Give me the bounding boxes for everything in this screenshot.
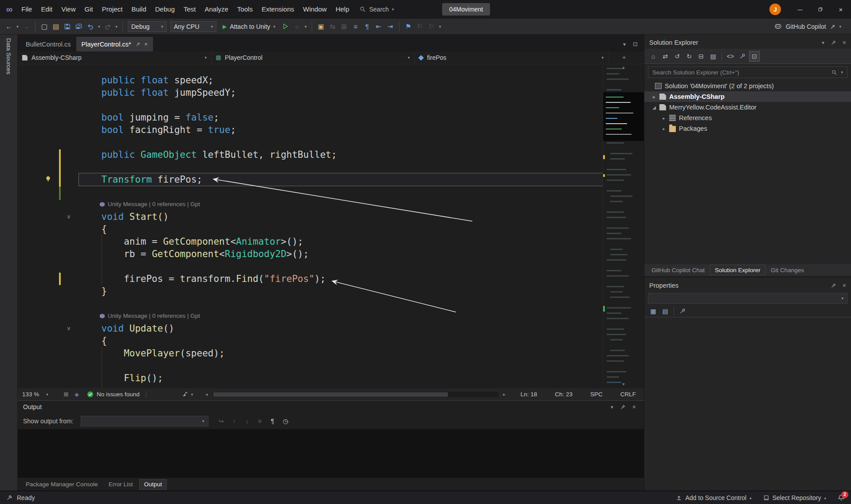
close-icon[interactable]: × <box>843 39 846 46</box>
code-line[interactable]: public GameObject leftBullet, rightBulle… <box>79 148 603 161</box>
scroll-left-icon[interactable]: ◂ <box>205 392 208 397</box>
pin-icon[interactable] <box>831 40 836 46</box>
line-numbers-icon[interactable]: ≡ <box>350 21 361 32</box>
next-message-icon[interactable]: ↓ <box>242 416 252 426</box>
close-icon[interactable]: × <box>843 282 846 289</box>
codelens-line[interactable]: Unity Message | 0 references | Gpt <box>79 198 603 211</box>
code-line[interactable] <box>79 260 603 273</box>
property-pages-icon[interactable] <box>677 306 688 316</box>
menu-analyze[interactable]: Analyze <box>200 0 232 19</box>
code-line[interactable] <box>79 99 603 111</box>
prev-bookmark-icon[interactable]: ⚐ <box>415 21 425 32</box>
code-line[interactable]: { <box>79 335 603 347</box>
menu-git[interactable]: Git <box>80 0 98 19</box>
panel-splitter[interactable] <box>644 277 851 277</box>
split-view-icon[interactable]: ⊞ <box>62 391 70 398</box>
code-editor[interactable]: public float speedX; public float jumpSp… <box>18 64 644 388</box>
code-line[interactable]: void Start() <box>79 211 603 223</box>
twisty-icon[interactable]: ▸ <box>660 116 667 121</box>
menu-view[interactable]: View <box>57 0 80 19</box>
hot-reload-caret-icon[interactable]: ▾ <box>303 21 308 32</box>
new-file-icon[interactable]: ▢ <box>39 21 50 32</box>
code-line[interactable]: bool facingRight = true; <box>79 124 603 136</box>
navigate-back-caret-icon[interactable]: ▾ <box>15 21 20 32</box>
categorized-icon[interactable]: ▦ <box>648 306 659 316</box>
new-item-icon[interactable]: ▣ <box>316 21 326 32</box>
codelens-text[interactable]: Unity Message | 0 references | Gpt <box>108 198 200 211</box>
alphabetical-icon[interactable]: ▤ <box>660 306 671 316</box>
active-files-caret-icon[interactable]: ▾ <box>623 41 626 47</box>
code-line[interactable]: anim = GetComponent<Animator>(); <box>79 235 603 248</box>
indent-decrease-icon[interactable]: ⇤ <box>373 21 384 32</box>
line-ending-indicator[interactable]: CRLF <box>620 391 636 398</box>
scroll-down-icon[interactable]: ▼ <box>603 382 644 387</box>
indent-increase-icon[interactable]: ⇥ <box>385 21 396 32</box>
solution-explorer-header[interactable]: Solution Explorer ▾ × <box>644 36 851 49</box>
navigate-back-icon[interactable]: ← <box>4 21 14 32</box>
scrollbar-thumb[interactable] <box>213 392 447 397</box>
timestamp-icon[interactable]: ◷ <box>281 416 290 426</box>
select-repository-button[interactable]: Select Repository ▴ <box>763 494 826 501</box>
refresh-icon[interactable]: ↻ <box>684 51 694 62</box>
tab-output[interactable]: Output <box>139 479 167 490</box>
minimize-button[interactable]: ─ <box>790 0 810 19</box>
attach-to-unity-button[interactable]: ▶Attach to Unity▾ <box>219 21 279 32</box>
tab-github-copilot-chat[interactable]: GitHub Copilot Chat <box>647 265 709 275</box>
close-tab-icon[interactable]: × <box>145 41 148 47</box>
show-all-files-icon[interactable]: ▤ <box>708 51 718 62</box>
notifications-button[interactable]: 2 <box>838 494 845 501</box>
close-icon[interactable]: × <box>632 403 636 410</box>
project-dropdown[interactable]: Assembly-CSharp ▾ <box>18 51 212 64</box>
platform-select[interactable]: Any CPU▾ <box>170 21 216 32</box>
pin-icon[interactable] <box>831 283 836 289</box>
hot-reload-icon[interactable]: ○ <box>292 21 302 32</box>
copilot-caret-icon[interactable]: ▾ <box>839 24 841 29</box>
start-without-debugging-icon[interactable] <box>280 21 291 32</box>
code-line[interactable] <box>79 136 603 148</box>
output-source-select[interactable]: ▾ <box>81 416 208 426</box>
bookmarks-caret-icon[interactable]: ▾ <box>438 21 443 32</box>
add-to-source-control-button[interactable]: Add to Source Control ▴ <box>676 494 751 501</box>
codelens-line[interactable]: Unity Message | 0 references | Gpt <box>79 310 603 322</box>
issues-indicator[interactable]: No issues found <box>87 391 140 398</box>
solution-name-badge[interactable]: 04Moviment <box>442 3 490 16</box>
twisty-icon[interactable]: ◢ <box>651 105 658 110</box>
data-sources-tab[interactable]: Data Sources <box>5 38 12 74</box>
menu-extensions[interactable]: Extensions <box>257 0 298 19</box>
properties-tool-icon[interactable] <box>737 51 748 62</box>
twisty-icon[interactable]: ▸ <box>651 94 658 99</box>
menu-tools[interactable]: Tools <box>233 0 257 19</box>
minimap-scrollbar[interactable]: ▲ ▼ <box>603 64 644 388</box>
code-line[interactable]: bool jumping = false; <box>79 111 603 124</box>
code-view-icon[interactable]: <> <box>725 51 736 62</box>
zoom-select[interactable]: 133 % ▾ <box>22 391 59 398</box>
code-line[interactable]: Transform firePos; <box>79 173 603 186</box>
collapse-all-icon[interactable]: ⊟ <box>696 51 706 62</box>
open-copilot-icon[interactable]: ↗ <box>830 23 835 30</box>
quick-actions-bulb-icon[interactable] <box>44 175 52 183</box>
code-line[interactable]: } <box>79 285 603 297</box>
code-line[interactable] <box>79 186 603 198</box>
redo-icon[interactable] <box>102 21 113 32</box>
caret-down-icon[interactable]: ▾ <box>822 40 824 46</box>
close-button[interactable]: × <box>831 0 851 19</box>
menu-file[interactable]: File <box>17 0 36 19</box>
split-window-icon[interactable]: ＋ <box>621 54 627 62</box>
redo-caret-icon[interactable]: ▾ <box>114 21 119 32</box>
document-tab-playercontrol-cs[interactable]: PlayerControl.cs*× <box>76 37 153 51</box>
open-folder-icon[interactable]: ▤ <box>51 21 61 32</box>
intellicode-icon[interactable]: ◈ <box>73 391 81 398</box>
output-content[interactable] <box>18 429 644 478</box>
tree-item-solution-04moviment-2-of-2-projects[interactable]: Solution '04Moviment' (2 of 2 projects) <box>644 81 851 91</box>
code-cleanup-button[interactable]: ▾ <box>182 391 193 398</box>
collapse-region-icon[interactable]: ∨ <box>65 211 73 223</box>
properties-object-select[interactable]: ▾ <box>648 293 847 304</box>
tree-item-merryyellow-codeassist-editor[interactable]: ◢MerryYellow.CodeAssist.Editor <box>644 102 851 113</box>
properties-header[interactable]: Properties × <box>644 280 851 291</box>
code-line[interactable]: public float speedX; <box>79 74 603 86</box>
code-line[interactable]: public float jumpSpeedY; <box>79 86 603 99</box>
code-line[interactable] <box>79 297 603 310</box>
code-line[interactable] <box>79 359 603 372</box>
code-line[interactable]: Flip(); <box>79 372 603 384</box>
solution-explorer-search[interactable]: Search Solution Explorer (Ctrl+") ▾ <box>648 66 847 78</box>
